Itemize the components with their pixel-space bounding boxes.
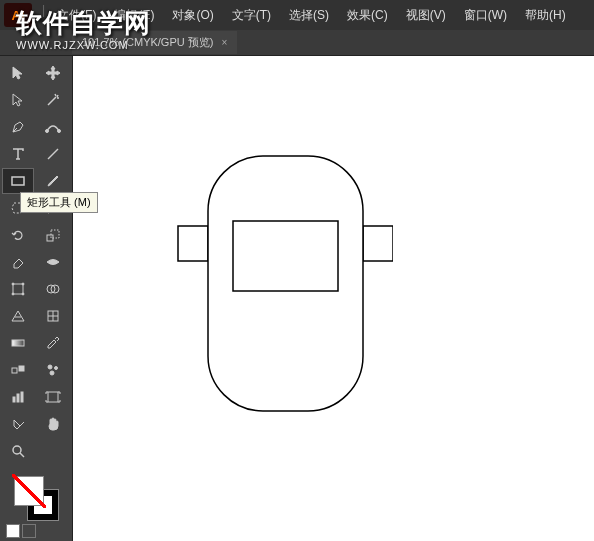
svg-rect-25 <box>363 226 393 261</box>
graph-tool[interactable] <box>2 384 34 410</box>
svg-point-23 <box>13 446 21 454</box>
symbol-tool[interactable] <box>37 357 69 383</box>
scale-tool[interactable] <box>37 222 69 248</box>
pen-tool[interactable] <box>2 114 34 140</box>
svg-rect-15 <box>19 366 24 371</box>
brush-tool[interactable] <box>37 168 69 194</box>
svg-point-9 <box>22 293 24 295</box>
artboard-tool[interactable] <box>37 384 69 410</box>
svg-rect-24 <box>178 226 208 261</box>
slice-tool[interactable] <box>2 411 34 437</box>
svg-rect-20 <box>17 394 19 402</box>
svg-point-6 <box>12 283 14 285</box>
svg-point-1 <box>57 130 60 133</box>
color-section <box>2 470 70 541</box>
canvas-artwork <box>133 96 393 426</box>
perspective-tool[interactable] <box>2 303 34 329</box>
svg-rect-19 <box>13 397 15 402</box>
width-tool[interactable] <box>37 249 69 275</box>
svg-point-7 <box>22 283 24 285</box>
tab-close-icon[interactable]: × <box>221 37 227 48</box>
default-colors-icon[interactable] <box>6 524 20 538</box>
menu-view[interactable]: 视图(V) <box>398 3 454 28</box>
magic-wand-tool[interactable] <box>37 87 69 113</box>
tooltip-text: 矩形工具 (M) <box>27 196 91 208</box>
svg-point-18 <box>50 371 54 375</box>
menu-type[interactable]: 文字(T) <box>224 3 279 28</box>
zoom-tool[interactable] <box>2 438 34 464</box>
svg-rect-22 <box>48 392 58 402</box>
menu-effect[interactable]: 效果(C) <box>339 3 396 28</box>
rectangle-tool[interactable] <box>2 168 34 194</box>
svg-rect-13 <box>12 340 24 346</box>
mesh-tool[interactable] <box>37 303 69 329</box>
app-logo-text: Ai <box>12 8 25 23</box>
svg-rect-4 <box>51 230 59 238</box>
selection-tool[interactable] <box>2 60 34 86</box>
menu-help[interactable]: 帮助(H) <box>517 3 574 28</box>
menu-bar: | 文件(F) 编辑(E) 对象(O) 文字(T) 选择(S) 效果(C) 视图… <box>40 3 574 28</box>
direct-selection-tool[interactable] <box>2 87 34 113</box>
move-tool[interactable] <box>37 60 69 86</box>
tab-bar: 101.7% (CMYK/GPU 预览) × <box>0 30 594 56</box>
tab-label: 101.7% (CMYK/GPU 预览) <box>82 35 213 50</box>
svg-rect-2 <box>12 177 24 185</box>
svg-point-17 <box>54 367 57 370</box>
hand-tool[interactable] <box>37 411 69 437</box>
canvas[interactable] <box>72 56 594 541</box>
swap-colors-icon[interactable] <box>22 524 36 538</box>
blend-tool[interactable] <box>2 357 34 383</box>
eyedropper-tool[interactable] <box>37 330 69 356</box>
line-tool[interactable] <box>37 141 69 167</box>
menu-window[interactable]: 窗口(W) <box>456 3 515 28</box>
menu-edit[interactable]: 编辑(E) <box>106 3 162 28</box>
gradient-tool[interactable] <box>2 330 34 356</box>
svg-point-16 <box>48 365 52 369</box>
svg-rect-5 <box>13 284 23 294</box>
eraser-tool[interactable] <box>2 249 34 275</box>
svg-point-0 <box>45 130 48 133</box>
svg-point-8 <box>12 293 14 295</box>
menu-object[interactable]: 对象(O) <box>164 3 221 28</box>
app-logo: Ai <box>4 3 32 27</box>
curvature-tool[interactable] <box>37 114 69 140</box>
fill-stroke-swatch[interactable] <box>14 476 58 520</box>
svg-rect-14 <box>12 368 17 373</box>
app-header: Ai | 文件(F) 编辑(E) 对象(O) 文字(T) 选择(S) 效果(C)… <box>0 0 594 30</box>
menu-select[interactable]: 选择(S) <box>281 3 337 28</box>
toolbox <box>0 56 72 541</box>
document-tab[interactable]: 101.7% (CMYK/GPU 预览) × <box>72 31 237 54</box>
svg-rect-3 <box>47 235 53 241</box>
menu-file[interactable]: 文件(F) <box>49 3 104 28</box>
free-transform-tool[interactable] <box>2 276 34 302</box>
shape-builder-tool[interactable] <box>37 276 69 302</box>
fill-color[interactable] <box>14 476 44 506</box>
type-tool[interactable] <box>2 141 34 167</box>
svg-rect-26 <box>208 156 363 411</box>
tooltip: 矩形工具 (M) <box>20 192 98 213</box>
rotate-tool[interactable] <box>2 222 34 248</box>
svg-rect-21 <box>21 392 23 402</box>
